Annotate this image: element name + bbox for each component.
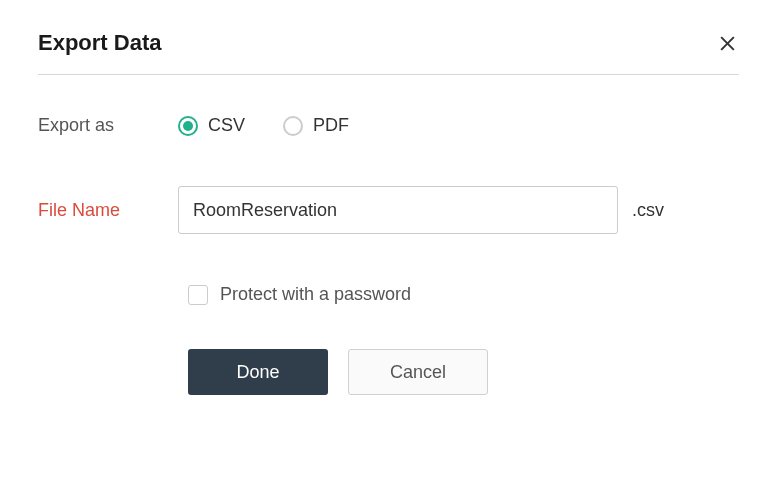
export-as-row: Export as CSV PDF	[38, 115, 739, 136]
button-row: Done Cancel	[188, 349, 739, 395]
radio-label: CSV	[208, 115, 245, 136]
export-as-pdf-radio[interactable]: PDF	[283, 115, 349, 136]
close-button[interactable]	[715, 31, 739, 55]
export-as-csv-radio[interactable]: CSV	[178, 115, 245, 136]
file-name-label: File Name	[38, 200, 178, 221]
indent-block: Protect with a password Done Cancel	[188, 284, 739, 395]
radio-icon	[283, 116, 303, 136]
dialog-header: Export Data	[38, 30, 739, 75]
dialog-body: Export as CSV PDF File Name .csv Protect…	[38, 75, 739, 395]
radio-label: PDF	[313, 115, 349, 136]
radio-icon	[178, 116, 198, 136]
file-name-row: File Name .csv	[38, 186, 739, 234]
checkbox-label: Protect with a password	[220, 284, 411, 305]
file-name-content: .csv	[178, 186, 739, 234]
file-name-input[interactable]	[178, 186, 618, 234]
close-icon	[718, 34, 737, 53]
file-extension-label: .csv	[632, 200, 664, 221]
protect-password-checkbox[interactable]: Protect with a password	[188, 284, 739, 305]
done-button[interactable]: Done	[188, 349, 328, 395]
cancel-button[interactable]: Cancel	[348, 349, 488, 395]
export-as-options: CSV PDF	[178, 115, 739, 136]
checkbox-icon	[188, 285, 208, 305]
dialog-title: Export Data	[38, 30, 161, 56]
export-as-label: Export as	[38, 115, 178, 136]
